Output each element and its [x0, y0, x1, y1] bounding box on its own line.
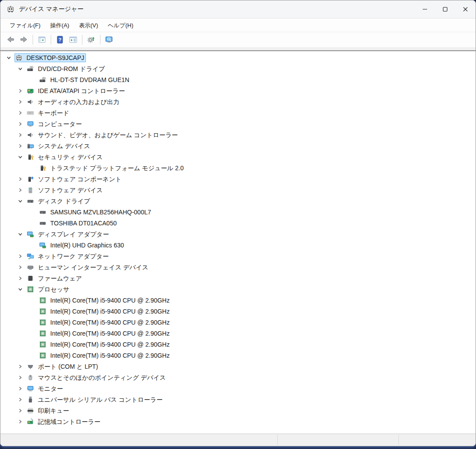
tree-item[interactable]: Intel(R) Core(TM) i5-9400 CPU @ 2.90GHz [38, 329, 171, 338]
minimize-button[interactable] [415, 0, 435, 18]
tree-item[interactable]: モニター [26, 384, 65, 393]
tree-item[interactable]: ファームウェア [26, 274, 84, 283]
tree-row[interactable]: Intel(R) Core(TM) i5-9400 CPU @ 2.90GHz [0, 339, 476, 350]
tree-row[interactable]: サウンド、ビデオ、およびゲーム コントローラー [0, 129, 476, 140]
menu-item-view[interactable]: 表示(V) [74, 19, 103, 32]
tree-row[interactable]: トラステッド プラットフォーム モジュール 2.0 [0, 162, 476, 173]
tree-item[interactable]: ソフトウェア コンポーネント [26, 175, 123, 183]
tree-item[interactable]: 記憶域コントローラー [26, 417, 102, 426]
tree-row[interactable]: DVD/CD-ROM ドライブ [0, 63, 476, 74]
chevron-collapsed-icon[interactable] [15, 140, 26, 151]
tree-item[interactable]: 印刷キュー [26, 406, 71, 415]
close-button[interactable] [455, 0, 476, 18]
tree-item[interactable]: トラステッド プラットフォーム モジュール 2.0 [38, 164, 186, 172]
tree-row[interactable]: ソフトウェア デバイス [0, 184, 476, 195]
tree-item[interactable]: HL-DT-ST DVDRAM GUE1N [38, 75, 131, 84]
tree-item[interactable]: Intel(R) Core(TM) i5-9400 CPU @ 2.90GHz [38, 296, 171, 305]
tree-item[interactable]: ネットワーク アダプター [26, 252, 111, 261]
tree-row[interactable]: 記憶域コントローラー [0, 416, 476, 427]
tree-item[interactable]: ディスプレイ アダプター [26, 230, 111, 239]
tree-row[interactable]: Intel(R) Core(TM) i5-9400 CPU @ 2.90GHz [0, 295, 476, 306]
chevron-expanded-icon[interactable] [15, 195, 26, 206]
tree-row[interactable]: セキュリティ デバイス [0, 151, 476, 162]
chevron-collapsed-icon[interactable] [15, 173, 26, 184]
toolbar-button-forward[interactable] [17, 34, 30, 46]
tree-item[interactable]: IDE ATA/ATAPI コントローラー [26, 86, 126, 95]
tree-item[interactable]: ディスク ドライブ [26, 197, 92, 206]
chevron-collapsed-icon[interactable] [15, 273, 26, 284]
tree-row[interactable]: HL-DT-ST DVDRAM GUE1N [0, 74, 476, 85]
tree-row[interactable]: システム デバイス [0, 140, 476, 151]
tree-item[interactable]: Intel(R) UHD Graphics 630 [38, 241, 126, 250]
tree-row[interactable]: モニター [0, 383, 476, 394]
chevron-collapsed-icon[interactable] [15, 394, 26, 405]
tree-item[interactable]: Intel(R) Core(TM) i5-9400 CPU @ 2.90GHz [38, 340, 171, 349]
tree-row[interactable]: SAMSUNG MZVLB256HAHQ-000L7 [0, 206, 476, 217]
tree-row[interactable]: Intel(R) Core(TM) i5-9400 CPU @ 2.90GHz [0, 350, 476, 361]
tree-row[interactable]: 印刷キュー [0, 405, 476, 416]
chevron-collapsed-icon[interactable] [15, 85, 26, 96]
chevron-collapsed-icon[interactable] [15, 118, 26, 129]
menu-item-action[interactable]: 操作(A) [45, 19, 74, 32]
tree-row[interactable]: DESKTOP-S9JCAPJ [0, 52, 476, 63]
selected-tree-item[interactable]: DESKTOP-S9JCAPJ [15, 53, 86, 62]
chevron-collapsed-icon[interactable] [15, 416, 26, 427]
chevron-collapsed-icon[interactable] [15, 96, 26, 107]
tree-row[interactable]: IDE ATA/ATAPI コントローラー [0, 85, 476, 96]
tree-item[interactable]: コンピューター [26, 120, 84, 128]
tree-item[interactable]: TOSHIBA DT01ACA050 [38, 219, 119, 228]
tree-item[interactable]: システム デバイス [26, 142, 92, 150]
chevron-collapsed-icon[interactable] [15, 251, 26, 262]
tree-item[interactable]: マウスとそのほかのポインティング デバイス [26, 373, 167, 382]
toolbar-button-scan-hardware-changes[interactable] [85, 34, 98, 46]
tree-row[interactable]: ユニバーサル シリアル バス コントローラー [0, 394, 476, 405]
toolbar-button-help[interactable]: ? [53, 34, 67, 46]
tree-item[interactable]: Intel(R) Core(TM) i5-9400 CPU @ 2.90GHz [38, 307, 171, 316]
chevron-collapsed-icon[interactable] [15, 107, 26, 118]
tree-item[interactable]: ソフトウェア デバイス [26, 186, 104, 195]
tree-row[interactable]: Intel(R) Core(TM) i5-9400 CPU @ 2.90GHz [0, 328, 476, 339]
toolbar-button-remote-computer[interactable] [103, 34, 116, 46]
menu-item-file[interactable]: ファイル(F) [5, 19, 45, 32]
chevron-collapsed-icon[interactable] [15, 262, 26, 273]
tree-row[interactable]: Intel(R) Core(TM) i5-9400 CPU @ 2.90GHz [0, 317, 476, 328]
toolbar-button-show-console-tree[interactable] [35, 34, 48, 46]
chevron-expanded-icon[interactable] [15, 151, 26, 162]
tree-row[interactable]: ヒューマン インターフェイス デバイス [0, 262, 476, 273]
tree-item[interactable]: ユニバーサル シリアル バス コントローラー [26, 395, 164, 404]
tree-row[interactable]: プロセッサ [0, 284, 476, 295]
tree-row[interactable]: ディスプレイ アダプター [0, 228, 476, 239]
tree-row[interactable]: コンピューター [0, 118, 476, 129]
title-bar[interactable]: デバイス マネージャー [0, 0, 476, 18]
tree-row[interactable]: TOSHIBA DT01ACA050 [0, 217, 476, 228]
tree-item[interactable]: オーディオの入力および出力 [26, 97, 121, 106]
tree-row[interactable]: ポート (COM と LPT) [0, 361, 476, 372]
chevron-collapsed-icon[interactable] [15, 372, 26, 383]
tree-row[interactable]: オーディオの入力および出力 [0, 96, 476, 107]
chevron-expanded-icon[interactable] [15, 228, 26, 239]
maximize-button[interactable] [435, 0, 455, 18]
toolbar-button-properties[interactable] [67, 34, 80, 46]
menu-item-help[interactable]: ヘルプ(H) [103, 19, 138, 32]
tree-item[interactable]: プロセッサ [26, 285, 71, 294]
tree-item[interactable]: ポート (COM と LPT) [26, 362, 100, 371]
toolbar-button-back[interactable] [4, 34, 17, 46]
chevron-collapsed-icon[interactable] [15, 383, 26, 394]
tree-item[interactable]: キーボード [26, 109, 71, 117]
chevron-expanded-icon[interactable] [3, 52, 15, 63]
tree-item[interactable]: サウンド、ビデオ、およびゲーム コントローラー [26, 131, 179, 139]
tree-item[interactable]: Intel(R) Core(TM) i5-9400 CPU @ 2.90GHz [38, 318, 171, 327]
tree-row[interactable]: Intel(R) UHD Graphics 630 [0, 239, 476, 251]
tree-row[interactable]: ファームウェア [0, 273, 476, 284]
chevron-collapsed-icon[interactable] [15, 405, 26, 416]
tree-row[interactable]: ソフトウェア コンポーネント [0, 173, 476, 184]
chevron-expanded-icon[interactable] [15, 284, 26, 295]
tree-row[interactable]: ネットワーク アダプター [0, 251, 476, 262]
tree-row[interactable]: Intel(R) Core(TM) i5-9400 CPU @ 2.90GHz [0, 306, 476, 317]
tree-row[interactable]: キーボード [0, 107, 476, 118]
chevron-collapsed-icon[interactable] [15, 129, 26, 140]
tree-item[interactable]: SAMSUNG MZVLB256HAHQ-000L7 [38, 208, 153, 217]
tree-item[interactable]: Intel(R) Core(TM) i5-9400 CPU @ 2.90GHz [38, 351, 171, 360]
device-tree[interactable]: DESKTOP-S9JCAPJDVD/CD-ROM ドライブHL-DT-ST D… [0, 51, 476, 434]
tree-row[interactable]: ディスク ドライブ [0, 195, 476, 206]
